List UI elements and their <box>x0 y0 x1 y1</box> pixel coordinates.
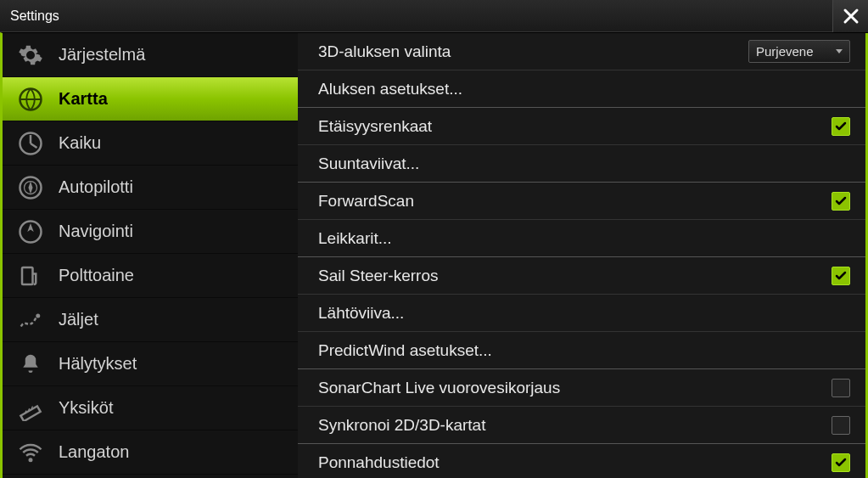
settings-row[interactable]: Ponnahdustiedot <box>298 444 865 478</box>
checkbox[interactable] <box>832 379 850 397</box>
sidebar-item-label: Yksiköt <box>59 398 113 418</box>
settings-row[interactable]: Suuntaviivat... <box>298 145 865 183</box>
row-label: Leikkarit... <box>318 229 392 248</box>
select-value: Purjevene <box>756 44 814 59</box>
checkbox[interactable] <box>832 416 850 435</box>
sidebar-item-compass[interactable]: Autopilotti <box>3 166 298 210</box>
sidebar-item-nav[interactable]: Navigointi <box>3 210 298 254</box>
row-label: Synkronoi 2D/3D-kartat <box>318 416 485 435</box>
gear-icon <box>18 42 43 68</box>
check-icon <box>834 269 848 283</box>
bell-icon <box>18 351 43 377</box>
row-label: Sail Steer-kerros <box>318 267 439 285</box>
nav-icon <box>18 219 43 245</box>
settings-row[interactable]: Etäisyysrenkaat <box>298 108 865 145</box>
sidebar-item-label: Hälytykset <box>59 354 137 374</box>
sidebar-item-label: Kaiku <box>59 133 101 153</box>
sidebar-item-bell[interactable]: Hälytykset <box>3 342 298 386</box>
sidebar-item-fuel[interactable]: Polttoaine <box>3 254 298 298</box>
row-label: ForwardScan <box>318 192 414 211</box>
close-button[interactable] <box>832 0 868 32</box>
row-label: Etäisyysrenkaat <box>318 117 432 136</box>
settings-row[interactable]: 3D-aluksen valintaPurjevene <box>298 33 865 70</box>
sidebar-item-label: Langaton <box>59 442 129 462</box>
titlebar: Settings <box>0 0 868 32</box>
check-icon <box>834 120 848 133</box>
sidebar: JärjestelmäKarttaKaikuAutopilottiNavigoi… <box>3 33 298 478</box>
svg-rect-7 <box>20 406 40 421</box>
sidebar-item-tracks[interactable]: Jäljet <box>3 298 298 342</box>
tracks-icon <box>18 307 43 333</box>
select-3d-vessel[interactable]: Purjevene <box>748 40 850 63</box>
svg-point-6 <box>36 313 40 318</box>
settings-row[interactable]: ForwardScan <box>298 183 865 220</box>
check-icon <box>834 456 848 470</box>
compass-icon <box>18 175 43 200</box>
settings-row[interactable]: PredictWind asetukset... <box>298 332 865 369</box>
content-panel: 3D-aluksen valintaPurjeveneAluksen asetu… <box>298 33 868 478</box>
sidebar-item-globe[interactable]: Kartta <box>3 77 298 121</box>
main: JärjestelmäKarttaKaikuAutopilottiNavigoi… <box>0 32 868 478</box>
checkbox[interactable] <box>832 267 850 285</box>
wifi-icon <box>18 440 43 465</box>
settings-row[interactable]: Synkronoi 2D/3D-kartat <box>298 407 865 444</box>
settings-row[interactable]: Sail Steer-kerros <box>298 257 865 295</box>
fuel-icon <box>18 263 43 289</box>
ruler-icon <box>18 396 43 421</box>
settings-row[interactable]: SonarChart Live vuorovesikorjaus <box>298 369 865 407</box>
settings-row[interactable]: Aluksen asetukset... <box>298 70 865 108</box>
settings-row[interactable]: Leikkarit... <box>298 220 865 257</box>
sidebar-item-label: Jäljet <box>59 310 98 329</box>
sidebar-item-gear[interactable]: Järjestelmä <box>3 33 298 77</box>
sidebar-item-wifi[interactable]: Langaton <box>3 430 298 475</box>
row-label: SonarChart Live vuorovesikorjaus <box>318 379 560 397</box>
row-label: Lähtöviiva... <box>318 304 404 323</box>
sidebar-item-label: Autopilotti <box>59 177 133 197</box>
row-label: Ponnahdustiedot <box>318 453 440 472</box>
sonar-icon <box>18 131 43 156</box>
globe-icon <box>18 87 43 112</box>
checkbox[interactable] <box>832 453 850 472</box>
sidebar-item-label: Navigointi <box>59 222 133 241</box>
row-label: Suuntaviivat... <box>318 155 419 173</box>
sidebar-item-label: Kartta <box>59 89 108 109</box>
chevron-down-icon <box>836 49 843 53</box>
svg-rect-5 <box>22 267 33 284</box>
row-label: 3D-aluksen valinta <box>318 42 451 61</box>
sidebar-item-label: Polttoaine <box>59 266 134 285</box>
checkbox[interactable] <box>832 117 850 136</box>
close-icon <box>843 8 860 25</box>
window-title: Settings <box>10 8 59 24</box>
checkbox[interactable] <box>832 192 850 211</box>
settings-row[interactable]: Lähtöviiva... <box>298 295 865 332</box>
row-label: Aluksen asetukset... <box>318 80 462 98</box>
sidebar-item-sonar[interactable]: Kaiku <box>3 121 298 166</box>
check-icon <box>834 194 848 208</box>
sidebar-item-ruler[interactable]: Yksiköt <box>3 386 298 430</box>
sidebar-item-label: Järjestelmä <box>59 45 145 65</box>
row-label: PredictWind asetukset... <box>318 341 492 360</box>
